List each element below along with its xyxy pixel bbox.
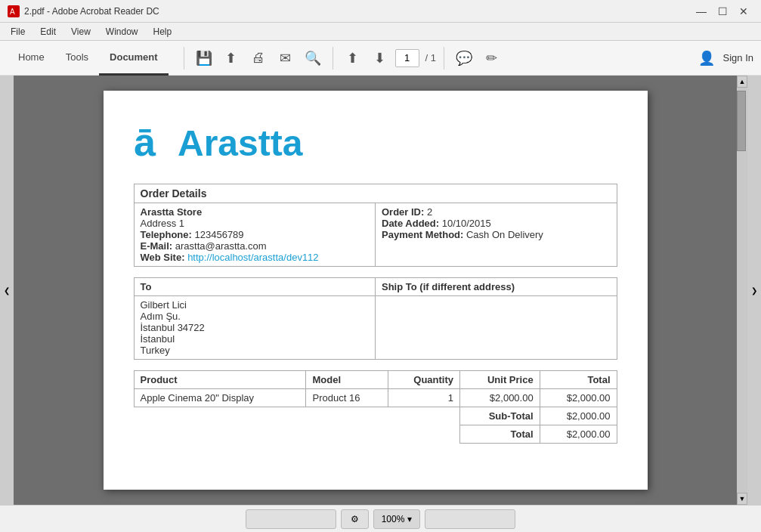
nav-tabs: Home Tools Document bbox=[8, 41, 169, 76]
ship-to-header: Ship To (if different address) bbox=[376, 278, 617, 296]
telephone-value: 123456789 bbox=[195, 229, 244, 240]
to-address-cell: Gilbert Lici Adım Şu. İstanbul 34722 İst… bbox=[134, 296, 376, 360]
page-down-button[interactable]: ⬇ bbox=[368, 46, 392, 70]
email-value: arastta@arastta.com bbox=[175, 240, 267, 252]
subtotal-empty bbox=[134, 407, 460, 425]
svg-text:Arastta: Arastta bbox=[178, 123, 303, 163]
upload-button[interactable]: ⬆ bbox=[219, 46, 243, 70]
tab-home[interactable]: Home bbox=[8, 41, 55, 76]
website-line: Web Site: http://localhost/arastta/dev11… bbox=[141, 252, 370, 263]
pdf-document: ā Arastta Order Details Arastta Store Ad… bbox=[104, 91, 648, 490]
menu-bar: File Edit View Window Help bbox=[0, 23, 761, 41]
draw-button[interactable]: ✏ bbox=[479, 46, 503, 70]
address-line: Address 1 bbox=[141, 218, 370, 229]
email-line: E-Mail: arastta@arastta.com bbox=[141, 240, 370, 252]
address-line1: Adım Şu. bbox=[141, 311, 370, 322]
page-up-button[interactable]: ⬆ bbox=[341, 46, 365, 70]
total-label: Total bbox=[460, 425, 540, 444]
menu-edit[interactable]: Edit bbox=[32, 25, 63, 39]
logo-svg: ā Arastta bbox=[134, 113, 345, 166]
address-line4: Turkey bbox=[141, 345, 370, 356]
total-empty bbox=[134, 425, 460, 444]
to-ship-table: To Ship To (if different address) Gilber… bbox=[134, 277, 617, 360]
product-unit-price: $2,000.00 bbox=[460, 389, 540, 407]
save-button[interactable]: 💾 bbox=[192, 46, 216, 70]
close-button[interactable]: ✕ bbox=[734, 2, 753, 21]
separator-1 bbox=[184, 47, 184, 70]
menu-file[interactable]: File bbox=[3, 25, 32, 39]
toolbar-right: 👤 Sign In bbox=[694, 46, 753, 70]
subtotal-value: $2,000.00 bbox=[540, 407, 617, 425]
menu-window[interactable]: Window bbox=[98, 25, 146, 39]
scroll-up-button[interactable]: ▲ bbox=[737, 76, 747, 88]
tools-panel-button[interactable]: ⚙ bbox=[341, 509, 369, 529]
print-button[interactable]: 🖨 bbox=[246, 46, 271, 70]
menu-help[interactable]: Help bbox=[146, 25, 180, 39]
email-button[interactable]: ✉ bbox=[274, 46, 298, 70]
window-controls: — ☐ ✕ bbox=[691, 2, 753, 21]
store-info-cell: Arastta Store Address 1 Telephone: 12345… bbox=[134, 203, 376, 267]
separator-2 bbox=[333, 47, 333, 70]
store-name: Arastta Store bbox=[141, 206, 370, 218]
left-panel-toggle[interactable]: ❮ bbox=[0, 76, 14, 505]
page-total: / 1 bbox=[425, 52, 436, 63]
zoom-dropdown-icon[interactable]: ▾ bbox=[407, 514, 412, 524]
col-quantity: Quantity bbox=[388, 371, 460, 389]
website-link[interactable]: http://localhost/arastta/dev112 bbox=[187, 252, 318, 263]
app-icon: A bbox=[8, 5, 20, 17]
right-panel-toggle[interactable]: ❯ bbox=[747, 76, 761, 505]
order-info-cell: Order ID: 2 Date Added: 10/10/2015 Payme… bbox=[376, 203, 617, 267]
telephone-label: Telephone: bbox=[141, 229, 192, 240]
date-added-value: 10/10/2015 bbox=[442, 218, 491, 229]
payment-method-line: Payment Method: Cash On Delivery bbox=[382, 229, 611, 240]
search-button[interactable]: 🔍 bbox=[301, 46, 325, 70]
col-product: Product bbox=[134, 371, 306, 389]
products-table: Product Model Quantity Unit Price Total … bbox=[134, 370, 617, 444]
minimize-button[interactable]: — bbox=[691, 2, 711, 21]
toolbar: Home Tools Document 💾 ⬆ 🖨 ✉ 🔍 ⬆ ⬇ / 1 💬 … bbox=[0, 41, 761, 76]
order-details-table: Order Details Arastta Store Address 1 Te… bbox=[134, 184, 617, 267]
svg-text:ā: ā bbox=[134, 120, 156, 164]
scroll-thumb[interactable] bbox=[737, 91, 746, 151]
menu-view[interactable]: View bbox=[63, 25, 98, 39]
payment-method-label: Payment Method: bbox=[382, 229, 463, 240]
col-model: Model bbox=[306, 371, 388, 389]
pdf-area: ā Arastta Order Details Arastta Store Ad… bbox=[14, 76, 737, 505]
vertical-scrollbar: ▲ ▼ bbox=[737, 76, 747, 505]
col-total: Total bbox=[540, 371, 617, 389]
zoom-display: 100% ▾ bbox=[373, 509, 421, 529]
sign-in-button[interactable]: Sign In bbox=[723, 52, 753, 63]
col-unit-price: Unit Price bbox=[460, 371, 540, 389]
total-value: $2,000.00 bbox=[540, 425, 617, 444]
product-model: Product 16 bbox=[306, 389, 388, 407]
product-row: Apple Cinema 20" Display Product 16 1 $2… bbox=[134, 389, 617, 407]
order-id-label: Order ID: bbox=[382, 206, 424, 218]
order-details-header: Order Details bbox=[134, 184, 617, 203]
title-bar: A 2.pdf - Adobe Acrobat Reader DC — ☐ ✕ bbox=[0, 0, 761, 23]
subtotal-row: Sub-Total $2,000.00 bbox=[134, 407, 617, 425]
website-label: Web Site: bbox=[141, 252, 185, 263]
scroll-track[interactable] bbox=[737, 88, 747, 493]
subtotal-label: Sub-Total bbox=[460, 407, 540, 425]
scroll-down-button[interactable]: ▼ bbox=[737, 493, 747, 505]
tools-icon: ⚙ bbox=[351, 514, 359, 524]
product-quantity: 1 bbox=[388, 389, 460, 407]
status-spacer-right bbox=[425, 509, 515, 529]
recipient-name: Gilbert Lici bbox=[141, 299, 370, 311]
date-added-line: Date Added: 10/10/2015 bbox=[382, 218, 611, 229]
account-button[interactable]: 👤 bbox=[694, 46, 719, 70]
maximize-button[interactable]: ☐ bbox=[713, 2, 732, 21]
svg-text:A: A bbox=[10, 8, 15, 16]
tab-document[interactable]: Document bbox=[99, 41, 169, 76]
logo-area: ā Arastta bbox=[134, 113, 617, 169]
page-number-input[interactable] bbox=[395, 49, 419, 67]
comment-button[interactable]: 💬 bbox=[452, 46, 476, 70]
status-spacer-left bbox=[246, 509, 336, 529]
address-line2: İstanbul 34722 bbox=[141, 322, 370, 333]
window-title: 2.pdf - Adobe Acrobat Reader DC bbox=[24, 6, 691, 17]
ship-to-address-cell bbox=[376, 296, 617, 360]
separator-3 bbox=[444, 47, 444, 70]
tab-tools[interactable]: Tools bbox=[55, 41, 99, 76]
address-line3: İstanbul bbox=[141, 333, 370, 345]
order-id-line: Order ID: 2 bbox=[382, 206, 611, 218]
